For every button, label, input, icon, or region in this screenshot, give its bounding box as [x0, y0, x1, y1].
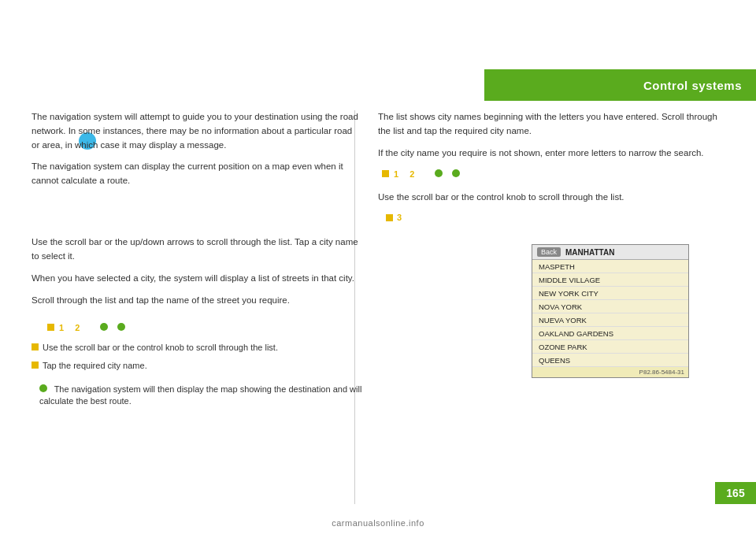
left-para-5: Scroll through the list and tap the name…	[32, 294, 362, 308]
left-para-3: Use the scroll bar or the up/down arrows…	[32, 235, 362, 264]
list-item[interactable]: MASPETH	[532, 260, 688, 273]
list-item[interactable]: NOVA YORK	[532, 300, 688, 313]
left-para-2: The navigation system can display the cu…	[32, 160, 362, 188]
extra-note: The navigation system will then display …	[39, 384, 361, 406]
header-bar: Control systems	[484, 69, 756, 101]
right-arrow-label-right: 2	[410, 169, 414, 179]
extra-green-dot	[39, 384, 47, 392]
right-green-dot-scroll	[435, 168, 443, 180]
list-item[interactable]: QUEENS	[532, 354, 688, 367]
left-column: The navigation system will attempt to gu…	[32, 110, 362, 406]
list-item[interactable]: OZONE PARK	[532, 340, 688, 354]
note-item-2: Tap the required city name.	[32, 359, 362, 373]
note-marker-1	[32, 343, 39, 350]
list-item[interactable]: NEW YORK CITY	[532, 287, 688, 300]
note-item-1: Use the scroll bar or the control knob t…	[32, 341, 362, 354]
right-arrow-label-left: 1	[394, 169, 398, 179]
arrow-marker-left	[47, 324, 54, 331]
list-item[interactable]: NUEVA YORK	[532, 313, 688, 327]
right-para-2: If the city name you require is not show…	[378, 146, 732, 161]
nav-screen: Back MANHATTAN MASPETH MIDDLE VILLAGE NE…	[532, 244, 689, 378]
right-green-dot-select	[452, 168, 460, 180]
scroll-label: 3	[397, 213, 402, 222]
page-number: 165	[715, 482, 756, 504]
right-para-1: The list shows city names beginning with…	[378, 110, 732, 139]
green-dot-select	[117, 321, 125, 333]
image-ref: P82.86-5484-31	[639, 369, 684, 376]
page-title: Control systems	[643, 79, 742, 92]
nav-screen-header: Back MANHATTAN	[532, 245, 688, 260]
left-para-1: The navigation system will attempt to gu…	[32, 110, 362, 152]
scroll-marker	[386, 214, 393, 221]
right-arrow-marker-left	[382, 170, 389, 177]
list-item[interactable]: OAKLAND GARDENS	[532, 327, 688, 340]
arrow-label-left: 1	[59, 323, 64, 332]
list-item[interactable]: MIDDLE VILLAGE	[532, 273, 688, 287]
green-dot-scroll	[100, 321, 108, 333]
nav-list: MASPETH MIDDLE VILLAGE NEW YORK CITY NOV…	[532, 260, 688, 367]
arrow-label-right: 2	[75, 323, 80, 332]
watermark: carmanualsonline.info	[332, 518, 424, 528]
nav-back-button[interactable]: Back	[537, 247, 561, 257]
nav-screen-title: MANHATTAN	[565, 248, 614, 257]
note-marker-2	[32, 362, 39, 369]
left-para-4: When you have selected a city, the syste…	[32, 272, 362, 286]
nav-screen-footer: P82.86-5484-31	[532, 367, 688, 377]
right-para-3: Use the scroll bar or the control knob t…	[378, 191, 732, 205]
right-column: The list shows city names beginning with…	[378, 110, 732, 222]
